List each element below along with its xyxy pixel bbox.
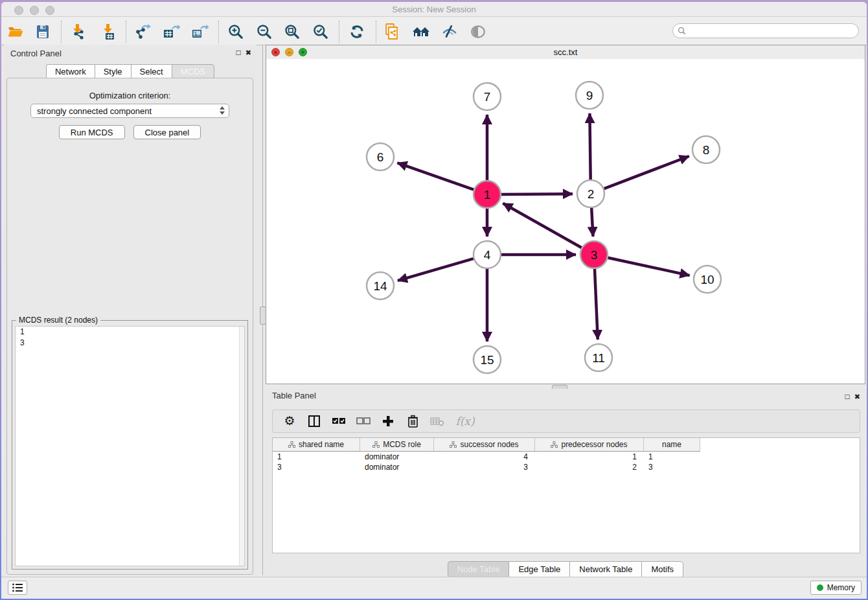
run-mcds-button[interactable]: Run MCDS [59, 125, 125, 139]
task-history-button[interactable] [8, 581, 27, 595]
tab-network-table[interactable]: Network Table [569, 561, 641, 578]
table-cell[interactable]: 1 [644, 452, 700, 461]
result-scrollbar[interactable] [239, 327, 244, 566]
panel-splitter-vertical[interactable] [262, 45, 263, 575]
network-view-window: × − + scc.txt 7968124314101511 [266, 45, 865, 384]
export-table-button[interactable] [161, 22, 181, 41]
toolbar-separator [376, 21, 376, 43]
zoom-selected-button[interactable] [310, 22, 331, 41]
mcds-tab-content: Optimization criterion: strongly connect… [6, 78, 253, 575]
table-cell[interactable]: 3 [273, 463, 360, 472]
search-field[interactable] [672, 23, 859, 38]
export-network-button[interactable] [132, 22, 153, 41]
network-canvas[interactable]: 7968124314101511 [266, 59, 865, 384]
select-all-button[interactable] [331, 413, 347, 429]
export-image-button[interactable] [189, 22, 210, 41]
deselect-all-button[interactable] [356, 413, 371, 429]
tab-node-table[interactable]: Node Table [448, 561, 509, 578]
tab-edge-table[interactable]: Edge Table [508, 561, 569, 578]
edge-3-10[interactable] [608, 258, 690, 275]
birds-eye-view-button[interactable] [468, 22, 488, 41]
import-network-button[interactable] [67, 22, 88, 41]
column-header-MCDS-role[interactable]: MCDS role [360, 438, 434, 451]
tab-motifs[interactable]: Motifs [641, 561, 683, 578]
mcds-result-group: MCDS result (2 nodes) 13 [12, 320, 248, 570]
column-header-shared-name[interactable]: shared name [273, 438, 360, 451]
table-row[interactable]: 1dominator411 [273, 452, 860, 462]
zoom-fit-button[interactable] [282, 22, 303, 41]
table-cell[interactable]: 1 [535, 452, 644, 461]
node-3[interactable]: 3 [580, 241, 608, 268]
refresh-view-button[interactable] [347, 22, 367, 41]
node-10[interactable]: 10 [694, 266, 721, 293]
delete-table-button[interactable] [429, 413, 445, 429]
edge-4-14[interactable] [398, 259, 474, 281]
edge-1-6[interactable] [397, 163, 474, 189]
column-label: successor nodes [460, 440, 518, 449]
result-line: 1 [16, 327, 244, 338]
edge-3-11[interactable] [595, 269, 598, 340]
node-14[interactable]: 14 [367, 272, 394, 299]
zoom-selected-icon [312, 23, 329, 40]
sort-hierarchy-icon [450, 441, 457, 448]
node-1[interactable]: 1 [474, 181, 501, 208]
close-panel-button[interactable]: Close panel [133, 125, 201, 139]
home-button[interactable] [411, 22, 431, 41]
column-browser-button[interactable] [306, 413, 322, 429]
mcds-result-list[interactable]: 13 [15, 326, 245, 566]
import-table-button[interactable] [98, 22, 119, 41]
node-8[interactable]: 8 [692, 136, 720, 163]
table-cell[interactable]: 4 [434, 452, 535, 461]
zoom-in-button[interactable] [225, 22, 246, 41]
column-header-predecessor-nodes[interactable]: predecessor nodes [535, 438, 644, 451]
hide-graphics-details-button[interactable] [439, 22, 460, 41]
node-2[interactable]: 2 [577, 180, 604, 207]
table-panel-float-button[interactable]: □ [845, 392, 850, 401]
table-panel: Table Panel □ ✖ ⚙ f(x) [266, 389, 865, 575]
unchecked-boxes-icon [356, 417, 371, 426]
zoom-out-button[interactable] [254, 22, 275, 41]
control-panel-float-button[interactable]: □ [236, 48, 241, 57]
control-panel-close-button[interactable]: ✖ [246, 48, 251, 57]
memory-button[interactable]: Memory [810, 581, 862, 595]
table-cell[interactable]: dominator [360, 452, 434, 461]
table-cell[interactable]: 1 [273, 452, 360, 461]
delete-column-button[interactable] [405, 413, 420, 429]
column-header-successor-nodes[interactable]: successor nodes [434, 438, 535, 451]
network-window-titlebar: × − + scc.txt [266, 45, 865, 60]
network-graph[interactable]: 7968124314101511 [266, 59, 865, 384]
table-options-button[interactable]: ⚙ [282, 413, 297, 429]
node-6[interactable]: 6 [367, 143, 394, 170]
node-9[interactable]: 9 [576, 82, 603, 109]
node-label: 8 [703, 143, 710, 157]
search-input[interactable] [689, 25, 858, 38]
table-panel-close-button[interactable]: ✖ [854, 392, 860, 401]
table-row[interactable]: 3dominator323 [273, 462, 860, 472]
table-toolbar: ⚙ f(x) [272, 410, 860, 433]
edge-3-1[interactable] [503, 203, 581, 248]
table-cell[interactable]: 2 [535, 463, 644, 472]
table-cell[interactable]: 3 [434, 463, 535, 472]
node-4[interactable]: 4 [474, 241, 501, 268]
edge-1-2[interactable] [501, 194, 573, 194]
save-session-button[interactable] [32, 22, 53, 41]
create-network-from-file-button[interactable] [382, 22, 403, 41]
table-cell[interactable]: dominator [360, 463, 434, 472]
add-column-button[interactable] [380, 413, 396, 429]
column-header-name[interactable]: name [644, 438, 700, 451]
function-builder-button[interactable]: f(x) [454, 413, 476, 429]
node-11[interactable]: 11 [585, 344, 612, 371]
status-bar: Memory [1, 577, 867, 599]
node-table[interactable]: shared nameMCDS rolesuccessor nodesprede… [272, 437, 860, 553]
column-label: MCDS role [383, 440, 421, 449]
result-line: 3 [16, 338, 244, 349]
node-15[interactable]: 15 [474, 346, 501, 373]
open-session-button[interactable] [5, 22, 26, 41]
edge-2-3[interactable] [591, 208, 593, 237]
table-cell[interactable]: 3 [644, 463, 700, 472]
eye-icon [470, 23, 486, 40]
criterion-dropdown[interactable]: strongly connected component [30, 104, 229, 118]
edge-2-9[interactable] [589, 113, 590, 179]
edge-2-8[interactable] [604, 156, 689, 189]
node-7[interactable]: 7 [474, 83, 501, 110]
